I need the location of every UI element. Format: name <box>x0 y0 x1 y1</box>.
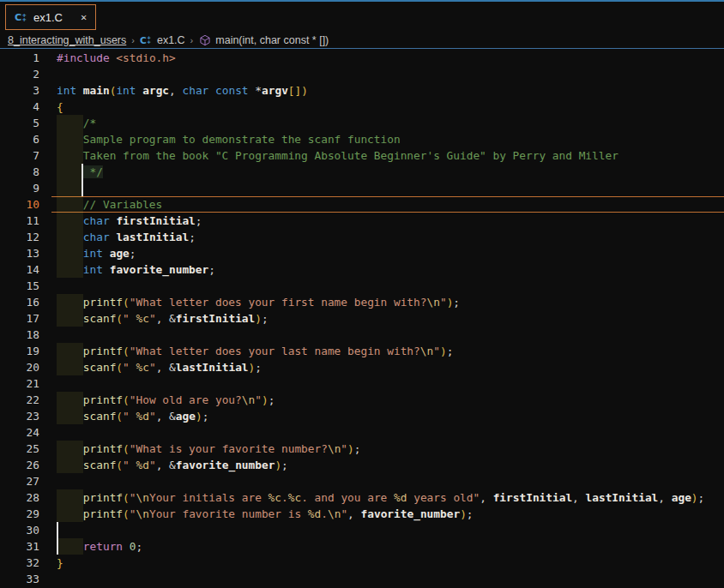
code-text <box>39 182 57 195</box>
line-number[interactable]: 26 <box>0 457 39 473</box>
code-line[interactable]: 9 <box>0 180 724 196</box>
code-line[interactable]: 31 return 0; <box>0 538 724 555</box>
code-line[interactable]: 21 <box>0 375 724 392</box>
line-number[interactable]: 13 <box>0 245 39 261</box>
line-number[interactable]: 15 <box>0 278 39 294</box>
line-number[interactable]: 22 <box>0 392 39 408</box>
line-number[interactable]: 9 <box>0 180 39 196</box>
tab-ex1c[interactable]: C + + ex1.C ✕ <box>5 4 96 30</box>
line-number[interactable]: 18 <box>0 327 39 343</box>
code-line[interactable]: 20 scanf(" %c", &lastInitial); <box>0 359 724 375</box>
code-text: { <box>39 100 63 113</box>
code-line[interactable]: 30 <box>0 522 724 538</box>
line-number[interactable]: 24 <box>0 424 39 441</box>
code-line[interactable]: 2 <box>0 66 724 82</box>
code-text: int age; <box>39 247 136 260</box>
code-line[interactable]: 24 <box>0 424 724 441</box>
chevron-right-icon: › <box>130 35 136 45</box>
code-text: scanf(" %d", &favorite_number); <box>39 459 288 471</box>
code-line[interactable]: 1#include <stdio.h> <box>0 50 724 66</box>
close-icon[interactable]: ✕ <box>81 11 87 23</box>
line-number[interactable]: 21 <box>0 375 39 392</box>
line-number[interactable]: 20 <box>0 359 39 375</box>
code-line[interactable]: 6 Sample program to demonstrate the scan… <box>0 131 724 147</box>
cpp-file-icon: C + + <box>15 11 27 24</box>
svg-text:C: C <box>15 12 21 23</box>
code-line[interactable]: 25 printf("What is your favorite number?… <box>0 441 724 457</box>
code-line[interactable]: 13 int age; <box>0 245 724 261</box>
code-line[interactable]: 11 char firstInitial; <box>0 213 724 229</box>
line-number[interactable]: 1 <box>0 50 39 66</box>
code-text: char firstInitial; <box>39 214 202 227</box>
line-number[interactable]: 23 <box>0 408 39 424</box>
code-text <box>39 426 57 439</box>
code-line[interactable]: 22 printf("How old are you?\n"); <box>0 392 724 408</box>
code-text: return 0; <box>39 540 142 553</box>
code-line[interactable]: 23 scanf(" %d", &age); <box>0 408 724 424</box>
line-number[interactable]: 11 <box>0 213 39 229</box>
code-text: printf("\nYour initials are %c.%c. and y… <box>39 491 704 504</box>
line-number[interactable]: 14 <box>0 261 39 278</box>
code-text: scanf(" %d", &age); <box>39 410 208 423</box>
code-line[interactable]: 4{ <box>0 99 724 115</box>
code-text: int favorite_number; <box>39 263 215 276</box>
line-number[interactable]: 10 <box>0 196 39 213</box>
code-line[interactable]: 5 /* <box>0 115 724 131</box>
code-line[interactable]: 12 char lastInitial; <box>0 229 724 245</box>
code-line[interactable]: 17 scanf(" %c", &firstInitial); <box>0 310 724 327</box>
editor-window: C + + ex1.C ✕ 8_interacting_with_users ›… <box>0 0 724 588</box>
breadcrumb-file[interactable]: ex1.C <box>157 34 185 46</box>
line-number[interactable]: 16 <box>0 294 39 310</box>
breadcrumb-symbol[interactable]: main(int, char const * []) <box>215 34 329 46</box>
line-number[interactable]: 3 <box>0 82 39 99</box>
code-line[interactable]: 32} <box>0 555 724 571</box>
line-number[interactable]: 5 <box>0 115 39 131</box>
svg-text:C: C <box>140 35 147 45</box>
code-text: scanf(" %c", &lastInitial); <box>39 361 262 374</box>
line-number[interactable]: 12 <box>0 229 39 245</box>
line-number[interactable]: 31 <box>0 538 39 555</box>
code-line[interactable]: 15 <box>0 278 724 294</box>
code-line[interactable]: 18 <box>0 327 724 343</box>
code-text: // Variables <box>39 198 162 211</box>
code-line[interactable]: 26 scanf(" %d", &favorite_number); <box>0 457 724 473</box>
svg-text:+: + <box>21 16 27 23</box>
breadcrumb-folder[interactable]: 8_interacting_with_users <box>8 34 126 46</box>
code-text <box>39 377 57 390</box>
line-number[interactable]: 32 <box>0 555 39 571</box>
line-number[interactable]: 25 <box>0 441 39 457</box>
code-line[interactable]: 14 int favorite_number; <box>0 261 724 278</box>
line-number[interactable]: 19 <box>0 343 39 359</box>
code-text: #include <stdio.h> <box>39 51 176 64</box>
line-number[interactable]: 2 <box>0 66 39 82</box>
line-number[interactable]: 4 <box>0 99 39 115</box>
chevron-right-icon: › <box>190 35 195 45</box>
code-line[interactable]: 33 <box>0 571 724 587</box>
code-area[interactable]: 1#include <stdio.h>23int main(int argc, … <box>0 49 724 587</box>
line-number[interactable]: 30 <box>0 522 39 538</box>
tab-bar: C + + ex1.C ✕ <box>0 2 724 33</box>
code-text: /* <box>39 117 96 129</box>
code-line-active[interactable]: 10 // Variables <box>0 196 724 213</box>
code-line[interactable]: 7 Taken from the book "C Programming Abs… <box>0 147 724 164</box>
code-line[interactable]: 27 <box>0 473 724 489</box>
line-number[interactable]: 27 <box>0 473 39 489</box>
code-line[interactable]: 3int main(int argc, char const *argv[]) <box>0 82 724 99</box>
line-number[interactable]: 28 <box>0 489 39 506</box>
line-number[interactable]: 8 <box>0 164 39 180</box>
code-line[interactable]: 29 printf("\nYour favorite number is %d.… <box>0 506 724 522</box>
code-text: printf("What is your favorite number?\n"… <box>39 442 361 455</box>
line-number[interactable]: 6 <box>0 131 39 147</box>
code-line[interactable]: 8 */ <box>0 164 724 180</box>
breadcrumb: 8_interacting_with_users › C + + ex1.C ›… <box>0 33 724 49</box>
code-line[interactable]: 16 printf("What letter does your first n… <box>0 294 724 310</box>
code-text: Taken from the book "C Programming Absol… <box>39 149 618 162</box>
line-number[interactable]: 29 <box>0 506 39 522</box>
line-number[interactable]: 7 <box>0 147 39 164</box>
line-number[interactable]: 33 <box>0 571 39 587</box>
line-number[interactable]: 17 <box>0 310 39 327</box>
svg-text:+: + <box>147 39 151 45</box>
code-text: printf("How old are you?\n"); <box>39 393 275 406</box>
code-line[interactable]: 28 printf("\nYour initials are %c.%c. an… <box>0 489 724 506</box>
code-line[interactable]: 19 printf("What letter does your last na… <box>0 343 724 359</box>
